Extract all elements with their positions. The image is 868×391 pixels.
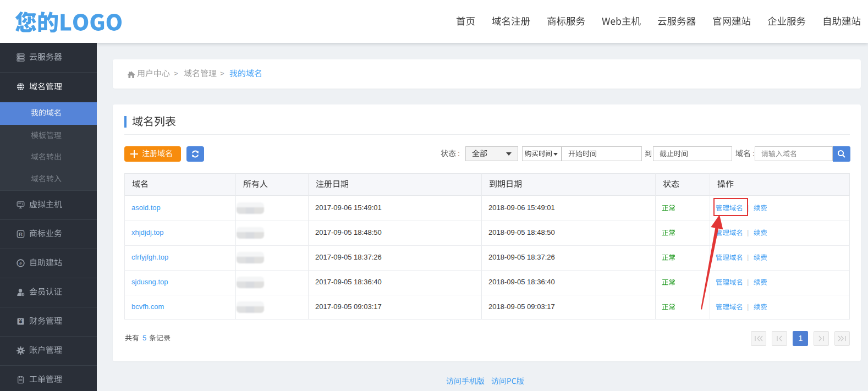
svg-text:R: R: [19, 231, 23, 237]
svg-text:e: e: [19, 260, 22, 266]
svg-text:¥: ¥: [19, 318, 23, 324]
